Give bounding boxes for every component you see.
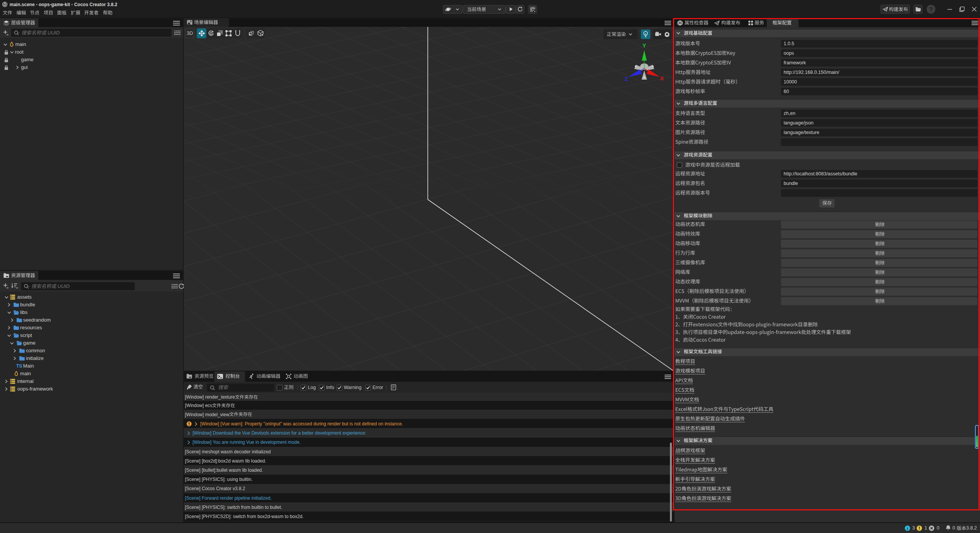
svg-text:Y: Y [642,42,646,49]
svg-text:X: X [660,75,664,82]
svg-text:Z: Z [624,75,628,82]
